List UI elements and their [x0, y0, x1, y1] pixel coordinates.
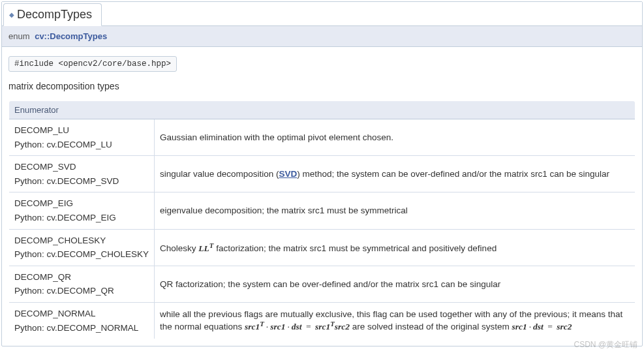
- table-row: DECOMP_EIG Python: cv.DECOMP_EIG eigenva…: [9, 192, 636, 229]
- table-row: DECOMP_CHOLESKY Python: cv.DECOMP_CHOLES…: [9, 229, 636, 266]
- svd-link[interactable]: SVD: [279, 169, 297, 179]
- include-directive: #include <opencv2/core/base.hpp>: [8, 56, 177, 72]
- enum-name-cell: DECOMP_QR Python: cv.DECOMP_QR: [9, 266, 155, 302]
- tab-decomptypes[interactable]: ◆DecompTypes: [3, 3, 102, 26]
- enum-name-cell: DECOMP_CHOLESKY Python: cv.DECOMP_CHOLES…: [9, 229, 155, 266]
- table-row: DECOMP_NORMAL Python: cv.DECOMP_NORMAL w…: [9, 302, 636, 339]
- tab-strip: ◆DecompTypes: [2, 2, 642, 25]
- enum-name-cell: DECOMP_LU Python: cv.DECOMP_LU: [9, 119, 155, 156]
- table-row: DECOMP_QR Python: cv.DECOMP_QR QR factor…: [9, 266, 636, 302]
- enum-name-cell: DECOMP_NORMAL Python: cv.DECOMP_NORMAL: [9, 302, 155, 339]
- section-toggle-icon[interactable]: ◆: [9, 11, 14, 18]
- enum-desc-cell: eigenvalue decomposition; the matrix src…: [155, 192, 636, 229]
- signature-keyword: enum: [8, 31, 30, 41]
- signature-bar: enum cv::DecompTypes: [2, 25, 642, 47]
- enum-desc-cell: singular value decomposition (SVD) metho…: [155, 156, 636, 192]
- table-row: DECOMP_SVD Python: cv.DECOMP_SVD singula…: [9, 156, 636, 192]
- enum-name-cell: DECOMP_SVD Python: cv.DECOMP_SVD: [9, 156, 155, 192]
- enum-desc-cell: while all the previous flags are mutuall…: [155, 302, 636, 339]
- enum-desc-cell: Cholesky LLT factorization; the matrix s…: [155, 229, 636, 266]
- type-description: matrix decomposition types: [8, 81, 636, 91]
- enum-desc-cell: QR factorization; the system can be over…: [155, 266, 636, 302]
- table-row: DECOMP_LU Python: cv.DECOMP_LU Gaussian …: [9, 119, 636, 156]
- tab-title: DecompTypes: [17, 8, 92, 21]
- enum-name-cell: DECOMP_EIG Python: cv.DECOMP_EIG: [9, 192, 155, 229]
- enum-desc-cell: Gaussian elimination with the optimal pi…: [155, 119, 636, 156]
- content-body: #include <opencv2/core/base.hpp> matrix …: [2, 47, 642, 346]
- signature-link[interactable]: cv::DecompTypes: [35, 31, 107, 41]
- enumerator-table: Enumerator DECOMP_LU Python: cv.DECOMP_L…: [8, 100, 636, 339]
- table-header: Enumerator: [9, 101, 636, 119]
